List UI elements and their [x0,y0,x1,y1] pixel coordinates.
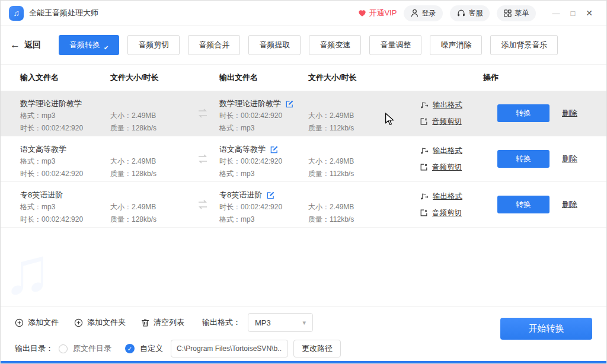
delete-link[interactable]: 删除 [562,154,577,164]
tab-label: 音频变速 [320,40,350,50]
tab-label: 音频转换 [69,40,100,50]
tab-label: 添加背景音乐 [501,40,547,50]
check-icon: ✔ [104,44,108,51]
delete-link[interactable]: 删除 [562,108,577,119]
tab-volume-adjust[interactable]: 音量调整 [369,35,421,55]
circle-plus-icon [74,318,83,327]
original-dir-radio[interactable] [59,344,68,353]
tab-add-bgm[interactable]: 添加背景音乐 [490,35,558,55]
add-folder-button[interactable]: 添加文件夹 [74,317,126,328]
check-icon: ✓ [127,346,132,352]
table-row[interactable]: 数学理论进阶教学 格式：mp3 时长：00:02:42:920 大小：2.49M… [1,91,606,136]
menu-label: 菜单 [515,8,529,18]
tab-audio-extract[interactable]: 音频提取 [248,35,301,55]
input-quality: 质量：128kb/s [110,122,186,135]
trash-icon [141,318,149,327]
add-file-button[interactable]: 添加文件 [15,317,59,328]
tab-audio-merge[interactable]: 音频合并 [188,35,240,55]
audio-cut-label: 音频剪切 [432,162,462,173]
back-label: 返回 [24,40,41,50]
input-duration: 时长：00:02:42:920 [20,122,110,135]
audio-cut-icon [420,163,428,171]
output-duration: 时长：00:02:42:920 [219,110,308,122]
table-row[interactable]: 专8英语进阶 格式：mp3 时长：00:02:42:920 大小：2.49MB … [1,182,606,228]
input-size: 大小：2.49MB [110,155,186,168]
output-format-link[interactable]: 输出格式 [420,191,476,202]
login-label: 登录 [421,8,436,18]
custom-dir-radio[interactable]: ✓ [125,344,135,353]
output-dir-label: 输出目录： [15,343,53,354]
tab-label: 音频剪切 [138,40,169,50]
delete-link[interactable]: 删除 [562,199,577,210]
back-arrow-icon: ← [10,39,20,51]
edit-icon[interactable] [270,145,279,154]
col-header-output-name: 输出文件名 [219,72,308,83]
output-format: 格式：mp3 [219,168,308,180]
edit-icon[interactable] [285,100,294,108]
support-button[interactable]: 客服 [450,5,490,21]
clear-list-label: 清空列表 [154,317,184,328]
edit-icon[interactable] [266,191,275,200]
output-format-select[interactable]: MP3 ▾ [248,313,313,332]
input-size: 大小：2.49MB [110,201,186,213]
original-dir-label: 原文件目录 [73,343,111,354]
audio-cut-link[interactable]: 音频剪切 [420,117,476,127]
footer: 添加文件 添加文件夹 清空列表 输出格式： MP3 ▾ 输出目录： 原文件目录 … [1,306,606,361]
input-file-name: 数学理论进阶教学 [20,98,110,110]
support-label: 客服 [468,8,483,18]
input-file-name: 专8英语进阶 [20,189,110,201]
login-button[interactable]: 登录 [404,5,443,21]
watermark-note-icon: ♫ [3,233,52,308]
change-path-button[interactable]: 更改路径 [293,340,341,357]
tab-audio-speed[interactable]: 音频变速 [309,35,361,55]
open-vip-button[interactable]: 开通VIP [358,8,397,18]
table-header: 输入文件名 文件大小/时长 输出文件名 文件大小/时长 操作 [1,65,606,91]
tab-bar: 音频转换 ✔ 音频剪切 音频合并 音频提取 音频变速 音量调整 噪声消除 添加背… [59,35,558,55]
person-icon [411,9,418,17]
output-format-label: 输出格式 [433,146,462,156]
input-duration: 时长：00:02:42:920 [20,168,110,180]
output-format-field-label: 输出格式： [202,317,241,328]
menu-button[interactable]: 菜单 [497,5,536,21]
tab-noise-removal[interactable]: 噪声消除 [430,35,482,55]
tab-label: 噪声消除 [440,40,471,50]
minimize-icon[interactable]: — [547,8,565,19]
grid-menu-icon [504,9,512,17]
start-convert-button[interactable]: 开始转换 [500,318,592,340]
output-file-name: 语文高等教学 [219,143,266,155]
note-arrow-icon [420,101,429,109]
bottom-accent-bar [1,361,606,363]
tab-audio-cut[interactable]: 音频剪切 [127,35,180,55]
close-icon[interactable]: ✕ [580,7,598,19]
titlebar: ♫ 全能王音频处理大师 开通VIP 登录 客服 菜单 — □ ✕ [1,1,606,26]
input-format: 格式：mp3 [20,201,110,213]
tab-audio-convert[interactable]: 音频转换 ✔ [59,35,119,55]
input-format: 格式：mp3 [20,155,110,168]
output-format: 格式：mp3 [219,213,308,226]
convert-button[interactable]: 转换 [497,104,550,122]
back-button[interactable]: ← 返回 [10,39,41,51]
output-format: 格式：mp3 [219,122,308,135]
convert-button[interactable]: 转换 [497,150,550,168]
transfer-icon [196,199,209,210]
input-format: 格式：mp3 [20,110,110,122]
output-duration: 时长：00:02:42:920 [219,155,308,168]
output-format-link[interactable]: 输出格式 [420,146,476,156]
audio-cut-link[interactable]: 音频剪切 [420,208,476,218]
table-row[interactable]: 语文高等教学 格式：mp3 时长：00:02:42:920 大小：2.49MB … [1,136,606,182]
clear-list-button[interactable]: 清空列表 [141,317,184,328]
output-format-link[interactable]: 输出格式 [420,100,476,110]
output-duration: 时长：00:02:42:920 [219,201,308,213]
chevron-down-icon: ▾ [302,319,306,327]
circle-plus-icon [15,318,24,327]
output-path-input[interactable] [171,340,288,357]
convert-button[interactable]: 转换 [497,196,550,213]
output-quality: 质量：112kb/s [308,213,397,226]
input-quality: 质量：128kb/s [110,213,186,226]
output-format-value: MP3 [255,318,271,327]
audio-cut-link[interactable]: 音频剪切 [420,162,476,173]
app-logo-icon: ♫ [9,6,24,21]
col-header-output-size: 文件大小/时长 [308,72,397,83]
maximize-icon[interactable]: □ [565,8,580,19]
transfer-icon [196,108,209,119]
